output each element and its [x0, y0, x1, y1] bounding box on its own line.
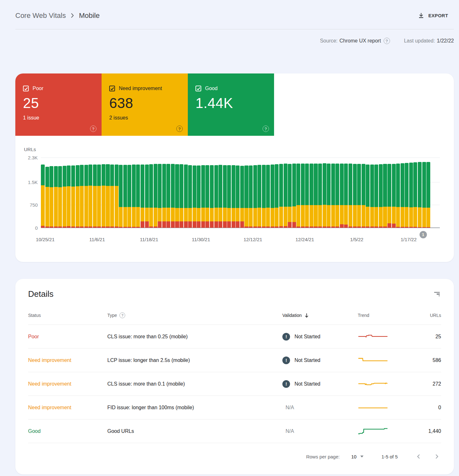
chart-bar[interactable] [184, 157, 188, 228]
summary-card-good[interactable]: Good1.44K? [188, 73, 274, 136]
chart-bar[interactable] [93, 157, 97, 228]
chart-bar[interactable] [136, 157, 140, 228]
next-page-button[interactable] [432, 452, 441, 461]
type-help-icon[interactable]: ? [119, 312, 125, 318]
chart-bar[interactable] [362, 157, 365, 228]
help-icon[interactable]: ? [263, 126, 269, 132]
chart-bar[interactable] [88, 157, 92, 228]
chart-bar[interactable] [353, 157, 357, 228]
previous-page-button[interactable] [414, 452, 423, 461]
chart-bar[interactable] [97, 157, 101, 228]
chart-bar[interactable] [145, 157, 149, 228]
summary-card-need-improvement[interactable]: Need improvement6382 issues? [102, 73, 188, 136]
chart-bar[interactable] [357, 157, 361, 228]
chart-bar[interactable] [327, 157, 331, 228]
chart-bar[interactable] [232, 157, 235, 228]
need-improvement-checkbox[interactable] [109, 86, 115, 91]
chart-bar[interactable] [288, 157, 292, 228]
chart-bar[interactable] [413, 157, 417, 228]
chart-bar[interactable] [253, 157, 257, 228]
column-header-type[interactable]: Type ? [107, 312, 282, 318]
chart-bar[interactable] [76, 157, 80, 228]
chart-bar[interactable] [318, 157, 322, 228]
chart-bar[interactable] [401, 157, 404, 228]
chart-bar[interactable] [331, 157, 335, 228]
table-row[interactable]: Need improvementCLS issue: more than 0.1… [28, 372, 441, 396]
chart-bar[interactable] [149, 157, 153, 228]
chart-bar[interactable] [305, 157, 309, 228]
chart-bar[interactable] [106, 157, 110, 228]
chart-bar[interactable] [154, 157, 157, 228]
chart-bar[interactable] [158, 157, 162, 228]
chart-bar[interactable] [218, 157, 222, 228]
table-row[interactable]: Need improvementLCP issue: longer than 2… [28, 349, 441, 372]
chart-bar[interactable] [227, 157, 231, 228]
chart-bar[interactable] [279, 157, 283, 228]
chart-bar[interactable] [63, 157, 66, 228]
chart-bar[interactable] [284, 157, 287, 228]
chart-bar[interactable] [262, 157, 266, 228]
rows-per-page-select[interactable]: 10 [351, 454, 363, 459]
column-header-validation[interactable]: Validation [282, 313, 358, 318]
source-help-icon[interactable]: ? [384, 38, 390, 44]
help-icon[interactable]: ? [176, 126, 183, 132]
chart-bar[interactable] [275, 157, 279, 228]
chart-bar[interactable] [418, 157, 422, 228]
chart-bar[interactable] [201, 157, 205, 228]
chart-bar[interactable] [405, 157, 409, 228]
chart-bar[interactable] [340, 157, 344, 228]
summary-card-poor[interactable]: Poor251 issue? [15, 73, 102, 136]
chart-bar[interactable] [67, 157, 71, 228]
column-header-status[interactable]: Status [28, 313, 107, 318]
chart-bar[interactable] [266, 157, 270, 228]
chart-bar[interactable] [123, 157, 127, 228]
chart-bar[interactable] [171, 157, 175, 228]
chart-bar[interactable] [188, 157, 192, 228]
chart-bar[interactable] [180, 157, 183, 228]
chart-bar[interactable] [314, 157, 317, 228]
chart-bar[interactable] [387, 157, 391, 228]
chart-bar[interactable] [45, 157, 49, 228]
chart-bar[interactable] [292, 157, 296, 228]
chart-bar[interactable] [409, 157, 413, 228]
chart-bar[interactable] [301, 157, 305, 228]
chart-bar[interactable] [426, 157, 430, 228]
chart-bar[interactable] [383, 157, 387, 228]
table-row[interactable]: GoodGood URLsN/A1,440 [28, 419, 441, 443]
chart-bar[interactable] [210, 157, 214, 228]
chart-bar[interactable] [102, 157, 105, 228]
chart-bar[interactable] [41, 157, 45, 228]
export-button[interactable]: EXPORT [417, 10, 449, 21]
chart-bar[interactable] [323, 157, 326, 228]
chart-bar[interactable] [214, 157, 218, 228]
chart-bar[interactable] [379, 157, 383, 228]
chart-bar[interactable] [310, 157, 313, 228]
chart-bar[interactable] [175, 157, 179, 228]
chart-bar[interactable] [240, 157, 244, 228]
chart-bar[interactable] [370, 157, 374, 228]
chart-bar[interactable] [422, 157, 426, 228]
chart-bar[interactable] [58, 157, 62, 228]
chart-bar[interactable] [366, 157, 370, 228]
chart-bar[interactable] [257, 157, 261, 228]
chart-bar[interactable] [392, 157, 396, 228]
chart-bar[interactable] [127, 157, 131, 228]
chart-bar[interactable] [244, 157, 248, 228]
chart-bar[interactable] [271, 157, 274, 228]
chart-bar[interactable] [374, 157, 378, 228]
chart-bar[interactable] [344, 157, 348, 228]
chart-bar[interactable] [54, 157, 58, 228]
chart-bar[interactable] [236, 157, 240, 228]
chart-bar[interactable] [71, 157, 75, 228]
chart-bar[interactable] [80, 157, 84, 228]
poor-checkbox[interactable] [23, 86, 29, 91]
chart-bar[interactable] [115, 157, 119, 228]
chart-bar[interactable] [296, 157, 300, 228]
filter-icon[interactable] [433, 291, 441, 298]
chart-bar[interactable] [50, 157, 53, 228]
good-checkbox[interactable] [195, 86, 201, 91]
chart-bar[interactable] [249, 157, 253, 228]
chart-bar[interactable] [84, 157, 88, 228]
help-icon[interactable]: ? [90, 126, 96, 132]
table-row[interactable]: PoorCLS issue: more than 0.25 (mobile)!N… [28, 325, 441, 349]
